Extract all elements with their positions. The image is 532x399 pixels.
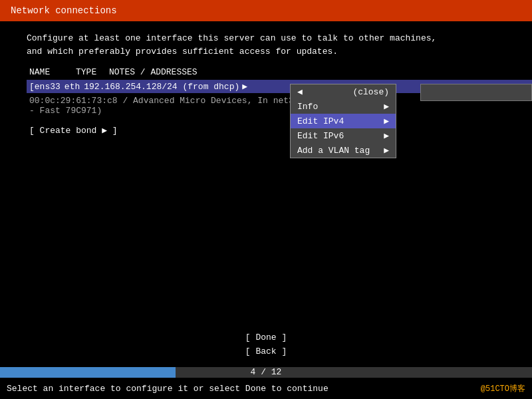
- edit-ipv6-arrow-icon: ▶: [384, 130, 389, 141]
- done-button[interactable]: [ Done ]: [226, 331, 306, 344]
- context-menu: ◀ (close) Info ▶ Edit IPv4 ▶ Edit IPv6 ▶…: [290, 84, 396, 158]
- back-row: [ Back ]: [226, 345, 306, 358]
- table-header: NAME TYPE NOTES / ADDRESSES: [27, 67, 505, 77]
- add-vlan-arrow-icon: ▶: [384, 145, 389, 156]
- back-button[interactable]: [ Back ]: [226, 345, 306, 358]
- progress-label: 4 / 12: [0, 367, 532, 378]
- info-arrow-icon: ▶: [384, 101, 389, 112]
- menu-info-label: Info: [297, 102, 318, 112]
- menu-item-add-vlan[interactable]: Add a VLAN tag ▶: [291, 143, 396, 158]
- menu-add-vlan-label: Add a VLAN tag: [297, 146, 370, 156]
- menu-edit-ipv4-label: Edit IPv4: [297, 116, 344, 126]
- menu-item-edit-ipv4[interactable]: Edit IPv4 ▶: [291, 114, 396, 128]
- title-bar: Network connections: [0, 0, 532, 21]
- create-bond-label: [ Create bond ▶ ]: [29, 126, 118, 136]
- menu-item-close[interactable]: ◀ (close): [291, 84, 396, 99]
- details-text1: 00:0c:29:61:73:c8 / Advanced Micro Devic…: [29, 96, 268, 106]
- col-header-type: TYPE: [76, 67, 109, 77]
- status-text: Select an interface to configure it or s…: [7, 384, 329, 394]
- description-line1: Configure at least one interface this se…: [27, 32, 505, 45]
- menu-close-label: (close): [352, 87, 389, 97]
- close-arrow-left: ◀: [297, 86, 303, 97]
- col-header-name: NAME: [29, 67, 76, 77]
- row-name: ens33: [35, 82, 61, 92]
- row-arrow: ▶: [242, 81, 247, 92]
- right-panel-stub: [420, 84, 532, 101]
- row-type: eth: [65, 82, 80, 92]
- description-line2: and which preferably provides sufficient…: [27, 45, 505, 59]
- status-bar: Select an interface to configure it or s…: [0, 378, 532, 399]
- row-bracket: [: [29, 82, 35, 92]
- col-header-notes: NOTES / ADDRESSES: [109, 67, 503, 77]
- create-bond-button[interactable]: [ Create bond ▶ ]: [27, 124, 505, 137]
- menu-edit-ipv6-label: Edit IPv6: [297, 131, 344, 141]
- title-label: Network connections: [11, 5, 117, 16]
- edit-ipv4-arrow-icon: ▶: [384, 116, 389, 126]
- row-notes: 192.168.254.128/24 (from dhcp): [84, 82, 239, 92]
- menu-item-info[interactable]: Info ▶: [291, 99, 396, 114]
- bottom-section: [ Done ] [ Back ]: [0, 331, 532, 359]
- menu-item-edit-ipv6[interactable]: Edit IPv6 ▶: [291, 128, 396, 143]
- main-content: Configure at least one interface this se…: [0, 21, 532, 137]
- details-line2: - Fast 79C971): [29, 106, 503, 116]
- watermark: @51CTO博客: [481, 383, 525, 394]
- done-row: [ Done ]: [226, 331, 306, 344]
- description: Configure at least one interface this se…: [27, 32, 505, 58]
